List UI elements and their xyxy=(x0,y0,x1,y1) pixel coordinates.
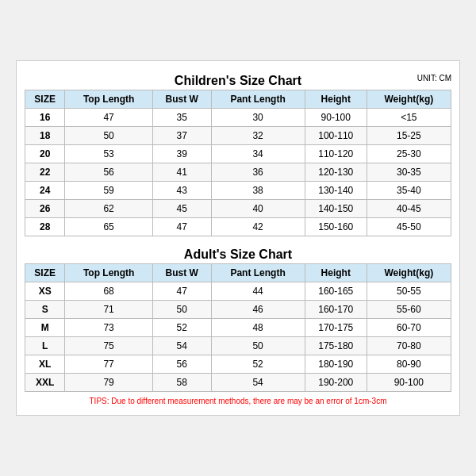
table-row: L755450175-18070-80 xyxy=(25,337,451,355)
table-cell: M xyxy=(25,319,65,337)
table-cell: 48 xyxy=(211,319,305,337)
table-cell: <15 xyxy=(367,109,451,127)
table-cell: 40 xyxy=(211,200,305,218)
children-col-pant-length: Pant Length xyxy=(211,90,305,109)
table-cell: 150-160 xyxy=(305,218,367,236)
table-cell: 50 xyxy=(211,337,305,355)
table-row: XL775652180-19080-90 xyxy=(25,355,451,374)
table-cell: 37 xyxy=(152,127,211,145)
table-cell: 56 xyxy=(65,163,152,182)
adults-col-top-length: Top Length xyxy=(65,264,152,282)
table-cell: 25-30 xyxy=(367,145,451,163)
table-cell: 59 xyxy=(65,182,152,200)
table-cell: 55-60 xyxy=(367,301,451,319)
adults-title: Adult's Size Chart xyxy=(25,243,451,263)
table-row: 1647353090-100<15 xyxy=(25,109,451,127)
table-cell: 32 xyxy=(211,127,305,145)
children-col-bust-w: Bust W xyxy=(152,90,211,109)
table-cell: 75 xyxy=(65,337,152,355)
unit-label: UNIT: CM xyxy=(417,74,451,83)
table-cell: 30-35 xyxy=(367,163,451,182)
table-cell: 110-120 xyxy=(305,145,367,163)
tips-text: TIPS: Due to different measurement metho… xyxy=(25,392,451,407)
table-cell: 34 xyxy=(211,145,305,163)
table-cell: 47 xyxy=(152,282,211,301)
table-cell: 50 xyxy=(65,127,152,145)
table-cell: 58 xyxy=(152,374,211,392)
table-cell: 77 xyxy=(65,355,152,374)
children-col-size: SIZE xyxy=(25,90,65,109)
table-cell: 40-45 xyxy=(367,200,451,218)
table-cell: 68 xyxy=(65,282,152,301)
adults-table: SIZE Top Length Bust W Pant Length Heigh… xyxy=(25,263,451,392)
table-cell: XL xyxy=(25,355,65,374)
table-cell: XS xyxy=(25,282,65,301)
table-cell: 39 xyxy=(152,145,211,163)
adults-col-weight: Weight(kg) xyxy=(367,264,451,282)
children-col-weight: Weight(kg) xyxy=(367,90,451,109)
adults-title-text: Adult's Size Chart xyxy=(184,248,292,261)
children-title: Children's Size Chart UNIT: CM xyxy=(25,69,451,90)
table-cell: 18 xyxy=(25,127,65,145)
table-cell: 79 xyxy=(65,374,152,392)
table-cell: 47 xyxy=(152,218,211,236)
table-cell: 54 xyxy=(211,374,305,392)
table-cell: 60-70 xyxy=(367,319,451,337)
table-row: 26624540140-15040-45 xyxy=(25,200,451,218)
table-cell: 160-170 xyxy=(305,301,367,319)
size-chart-container: Children's Size Chart UNIT: CM SIZE Top … xyxy=(16,60,460,416)
table-cell: 20 xyxy=(25,145,65,163)
table-cell: 70-80 xyxy=(367,337,451,355)
table-cell: 50-55 xyxy=(367,282,451,301)
children-header-row: SIZE Top Length Bust W Pant Length Heigh… xyxy=(25,90,451,109)
table-cell: 41 xyxy=(152,163,211,182)
table-cell: 15-25 xyxy=(367,127,451,145)
table-cell: 44 xyxy=(211,282,305,301)
table-cell: L xyxy=(25,337,65,355)
table-row: XXL795854190-20090-100 xyxy=(25,374,451,392)
table-cell: 50 xyxy=(152,301,211,319)
table-cell: 42 xyxy=(211,218,305,236)
table-cell: 180-190 xyxy=(305,355,367,374)
table-cell: 45-50 xyxy=(367,218,451,236)
table-cell: 160-165 xyxy=(305,282,367,301)
children-col-top-length: Top Length xyxy=(65,90,152,109)
table-cell: 52 xyxy=(152,319,211,337)
table-cell: 53 xyxy=(65,145,152,163)
table-cell: 140-150 xyxy=(305,200,367,218)
table-cell: S xyxy=(25,301,65,319)
table-cell: 43 xyxy=(152,182,211,200)
table-cell: XXL xyxy=(25,374,65,392)
table-cell: 16 xyxy=(25,109,65,127)
table-cell: 175-180 xyxy=(305,337,367,355)
table-cell: 170-175 xyxy=(305,319,367,337)
table-cell: 80-90 xyxy=(367,355,451,374)
children-table: SIZE Top Length Bust W Pant Length Heigh… xyxy=(25,90,451,236)
table-cell: 120-130 xyxy=(305,163,367,182)
adults-header-row: SIZE Top Length Bust W Pant Length Heigh… xyxy=(25,264,451,282)
table-cell: 100-110 xyxy=(305,127,367,145)
table-cell: 35 xyxy=(152,109,211,127)
table-cell: 22 xyxy=(25,163,65,182)
table-cell: 90-100 xyxy=(367,374,451,392)
table-cell: 26 xyxy=(25,200,65,218)
table-row: 28654742150-16045-50 xyxy=(25,218,451,236)
table-row: XS684744160-16550-55 xyxy=(25,282,451,301)
table-cell: 28 xyxy=(25,218,65,236)
children-col-height: Height xyxy=(305,90,367,109)
table-row: 18503732100-11015-25 xyxy=(25,127,451,145)
table-cell: 73 xyxy=(65,319,152,337)
table-row: M735248170-17560-70 xyxy=(25,319,451,337)
adults-col-size: SIZE xyxy=(25,264,65,282)
table-cell: 36 xyxy=(211,163,305,182)
table-cell: 65 xyxy=(65,218,152,236)
children-title-text: Children's Size Chart xyxy=(175,74,301,87)
table-cell: 46 xyxy=(211,301,305,319)
table-cell: 190-200 xyxy=(305,374,367,392)
table-cell: 56 xyxy=(152,355,211,374)
table-cell: 71 xyxy=(65,301,152,319)
table-cell: 38 xyxy=(211,182,305,200)
table-cell: 24 xyxy=(25,182,65,200)
table-cell: 90-100 xyxy=(305,109,367,127)
adults-col-height: Height xyxy=(305,264,367,282)
